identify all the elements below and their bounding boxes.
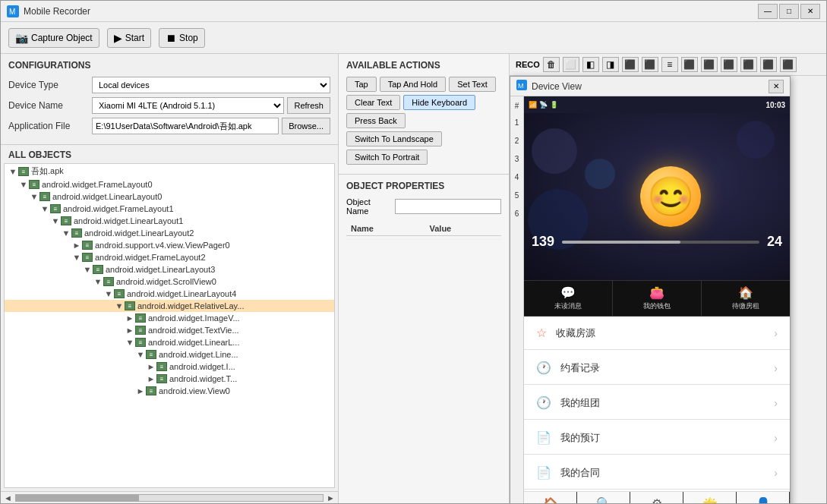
reco-btn-6[interactable]: ≡ (661, 57, 678, 72)
device-type-label: Device Type (8, 80, 92, 90)
tree-node-icon: ≡ (114, 289, 125, 298)
tree-item[interactable]: ►≡android.widget.ImageV... (5, 312, 334, 324)
nav-service[interactable]: ⚙ 服务 (630, 492, 683, 503)
reco-btn-1[interactable]: ⬜ (563, 57, 579, 72)
tree-node-icon: ≡ (71, 228, 82, 238)
reco-delete-button[interactable]: 🗑 (543, 57, 560, 72)
object-name-input[interactable] (395, 199, 501, 214)
tree-item[interactable]: ►≡android.widget.T... (5, 373, 334, 385)
tree-item[interactable]: ▼≡android.widget.LinearLayout0 (5, 191, 334, 203)
row-1: 1 (515, 113, 519, 131)
expand-icon: ▼ (61, 228, 71, 238)
expand-icon: ► (146, 362, 156, 371)
list-item-4[interactable]: 📄 我的预订 › (524, 421, 790, 455)
row-6: 6 (515, 204, 519, 222)
tree-item[interactable]: ▼≡android.widget.FrameLayout2 (5, 251, 334, 263)
tree-node-icon: ≡ (146, 386, 156, 395)
bokeh-4 (737, 121, 775, 159)
switch-portrait-button[interactable]: Switch To Portrait (346, 150, 428, 165)
title-bar: M Mobile Recorder — □ ✕ (1, 1, 826, 22)
minimize-button[interactable]: — (758, 4, 778, 19)
window-title: Mobile Recorder (24, 6, 758, 17)
set-text-button[interactable]: Set Text (449, 77, 496, 92)
list-item-5[interactable]: 📄 我的合同 › (524, 456, 790, 490)
expand-icon: ▼ (71, 253, 82, 262)
horizontal-scrollbar[interactable] (15, 494, 324, 502)
tree-item[interactable]: ▼≡android.widget.FrameLayout0 (5, 178, 334, 191)
doc-icon-1: 📄 (536, 430, 551, 445)
tree-item[interactable]: ▼≡吾如.apk (5, 164, 334, 178)
capture-object-button[interactable]: 📷 Capture Object (8, 28, 99, 48)
progress-text: 139 (532, 234, 554, 250)
reco-btn-12[interactable]: ⬛ (780, 57, 797, 72)
maximize-button[interactable]: □ (779, 4, 799, 19)
app-file-input[interactable] (92, 118, 279, 134)
reco-btn-2[interactable]: ◧ (582, 57, 599, 72)
device-type-select[interactable]: Local devices (92, 77, 330, 93)
tree-label: android.widget.FrameLayout0 (42, 180, 153, 189)
objects-tree[interactable]: ▼≡吾如.apk▼≡android.widget.FrameLayout0▼≡a… (4, 163, 335, 488)
tree-label: android.widget.Line... (159, 350, 238, 359)
tree-item[interactable]: ►≡android.view.View0 (5, 385, 334, 397)
object-name-label: Object Name (346, 197, 390, 216)
nav-find[interactable]: 🔍 找房 (577, 492, 630, 503)
reco-btn-7[interactable]: ⬛ (681, 57, 698, 72)
wifi-icon: 📶 (529, 101, 537, 109)
press-back-button[interactable]: Press Back (346, 113, 406, 128)
reco-btn-9[interactable]: ⬛ (721, 57, 737, 72)
tree-item[interactable]: ▼≡android.widget.LinearLayout3 (5, 263, 334, 276)
device-name-select[interactable]: Xiaomi MI 4LTE (Android 5.1.1) (92, 97, 284, 114)
tree-item[interactable]: ▼≡android.widget.LinearLayout1 (5, 215, 334, 227)
tree-label: android.widget.ScrollView0 (116, 277, 216, 286)
reco-btn-3[interactable]: ◨ (602, 57, 619, 72)
all-objects-title: ALL OBJECTS (1, 145, 338, 163)
item-label-3: 我的组团 (560, 396, 774, 410)
screen-content: 📶 📡 🔋 10:03 (524, 96, 790, 503)
stop-icon: ⏹ (166, 32, 176, 44)
tree-node-icon: ≡ (50, 204, 61, 213)
reco-bar: RECO 🗑 ⬜ ◧ ◨ ⬛ ⬛ ≡ ⬛ ⬛ ⬛ ⬛ ⬛ ⬛ (510, 54, 826, 76)
tree-node-icon: ≡ (82, 241, 93, 250)
device-view-close-button[interactable]: ✕ (769, 80, 784, 93)
actions-row-5: Switch To Portrait (346, 150, 501, 165)
nav-home[interactable]: 🏠 首页 (524, 492, 577, 503)
tree-item[interactable]: ▼≡android.widget.LinearLayout2 (5, 227, 334, 239)
tree-label: android.widget.I... (169, 362, 235, 371)
list-item-1[interactable]: ☆ 收藏房源 › (524, 317, 790, 350)
nav-me[interactable]: 👤 我 (737, 492, 790, 503)
close-button[interactable]: ✕ (800, 4, 820, 19)
tree-item[interactable]: ►≡android.widget.I... (5, 361, 334, 373)
nav-life[interactable]: 🌟 生活 (683, 492, 737, 503)
expand-icon: ▼ (93, 277, 103, 286)
all-objects-section: ALL OBJECTS ▼≡吾如.apk▼≡android.widget.Fra… (1, 145, 338, 503)
reco-btn-8[interactable]: ⬛ (701, 57, 718, 72)
browse-button[interactable]: Browse... (282, 118, 330, 134)
tree-item[interactable]: ▼≡android.widget.RelativeLay... (5, 300, 334, 312)
start-button[interactable]: ▶ Start (107, 28, 151, 48)
clear-text-button[interactable]: Clear Text (346, 95, 400, 110)
bottom-nav: 🏠 首页 🔍 找房 ⚙ 服务 (524, 491, 790, 503)
tree-label: android.widget.LinearLayout3 (106, 265, 215, 274)
tree-item[interactable]: ▼≡android.widget.FrameLayout1 (5, 203, 334, 215)
reco-btn-11[interactable]: ⬛ (760, 57, 777, 72)
tap-and-hold-button[interactable]: Tap And Hold (380, 77, 446, 92)
tree-item[interactable]: ▼≡android.widget.ScrollView0 (5, 276, 334, 288)
tap-button[interactable]: Tap (346, 77, 377, 92)
reco-btn-5[interactable]: ⬛ (642, 57, 658, 72)
stop-button[interactable]: ⏹ Stop (159, 28, 205, 48)
reco-btn-4[interactable]: ⬛ (622, 57, 639, 72)
row-3: 3 (515, 150, 519, 168)
hide-keyboard-button[interactable]: Hide Keyboard (403, 95, 475, 110)
refresh-button[interactable]: Refresh (287, 97, 330, 114)
expand-icon: ▼ (18, 180, 29, 189)
tree-item[interactable]: ▼≡android.widget.Line... (5, 348, 334, 361)
list-item-3[interactable]: 🕐 我的组团 › (524, 386, 790, 420)
list-item-2[interactable]: 🕐 约看记录 › (524, 351, 790, 385)
actions-row-4: Switch To Landscape (346, 131, 501, 146)
tree-item[interactable]: ►≡android.widget.TextVie... (5, 324, 334, 336)
tree-item[interactable]: ▼≡android.widget.LinearLayout4 (5, 288, 334, 300)
switch-landscape-button[interactable]: Switch To Landscape (346, 131, 442, 146)
tree-item[interactable]: ▼≡android.widget.LinearL... (5, 336, 334, 348)
tree-item[interactable]: ►≡android.support.v4.view.ViewPager0 (5, 239, 334, 251)
reco-btn-10[interactable]: ⬛ (740, 57, 757, 72)
